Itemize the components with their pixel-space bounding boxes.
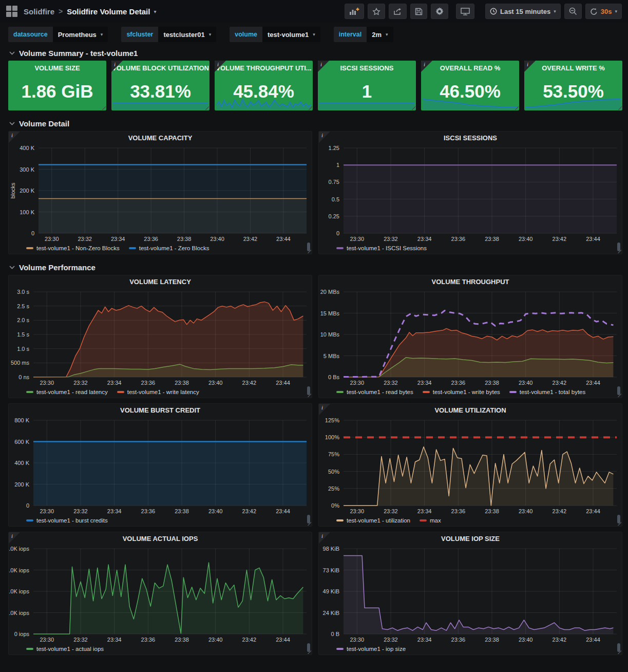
chart-volume-utilization[interactable]: 23:3023:3223:3423:3623:3823:4023:4223:44… [319, 416, 622, 516]
svg-text:23:36: 23:36 [451, 508, 466, 514]
resize-handle[interactable] [515, 106, 519, 110]
info-icon[interactable]: i [114, 61, 116, 67]
panel-title[interactable]: VOLUME BURST CREDIT [9, 404, 312, 416]
chart-volume-capacity[interactable]: 23:3023:3223:3423:3623:3823:4023:4223:44… [9, 144, 312, 244]
info-icon[interactable]: i [321, 533, 323, 539]
chart-volume-latency[interactable]: 23:3023:3223:3423:3623:3823:4023:4223:44… [9, 288, 312, 387]
settings-button[interactable] [431, 4, 448, 19]
panel-title[interactable]: ISCSI SESSIONS [340, 64, 393, 72]
chart-iscsi-sessions[interactable]: 23:3023:3223:3423:3623:3823:4023:4223:44… [319, 144, 622, 244]
resize-handle[interactable] [307, 521, 311, 526]
time-range-picker[interactable]: Last 15 minutes ▾ [485, 4, 561, 19]
legend-label: test-volume1 - Non-Zero Blocks [36, 245, 120, 251]
save-button[interactable] [410, 4, 427, 19]
panel-title[interactable]: OVERALL READ % [440, 64, 501, 72]
info-icon[interactable]: i [527, 61, 528, 67]
row-header-volume-performance[interactable]: Volume Performance [8, 259, 622, 275]
breadcrumb-folder[interactable]: Solidfire [24, 7, 54, 16]
panel-title[interactable]: VOLUME THROUGHPUT UTI... [216, 64, 311, 72]
resize-handle[interactable] [102, 106, 106, 110]
chart-volume-burst-credit[interactable]: 23:3023:3223:3423:3623:3823:4023:4223:44… [9, 416, 312, 516]
svg-text:23:34: 23:34 [107, 637, 122, 643]
variable-value-dropdown[interactable]: Prometheus▾ [53, 27, 108, 42]
breadcrumb-dashboard-title[interactable]: Solidfire Volume Detail [67, 7, 150, 16]
chart-volume-iop-size[interactable]: 23:3023:3223:3423:3623:3823:4023:4223:44… [319, 545, 622, 644]
panel-title[interactable]: ISCSI SESSIONS [319, 132, 622, 144]
info-icon[interactable]: i [321, 404, 323, 410]
resize-handle[interactable] [307, 393, 311, 397]
variable-value-dropdown[interactable]: testcluster01▾ [158, 27, 216, 42]
svg-text:23:38: 23:38 [175, 508, 189, 514]
resize-handle[interactable] [618, 106, 622, 110]
legend-item[interactable]: test-volume1 - Zero Blocks [129, 245, 210, 251]
star-button[interactable] [368, 4, 385, 19]
info-icon[interactable]: i [320, 61, 322, 67]
info-icon[interactable]: i [424, 61, 425, 67]
resize-handle[interactable] [617, 521, 621, 526]
tv-mode-button[interactable] [456, 4, 474, 19]
info-icon[interactable]: i [217, 61, 219, 67]
panel-title[interactable]: VOLUME ACTUAL IOPS [9, 532, 312, 545]
svg-text:23:42: 23:42 [553, 637, 567, 643]
legend-item[interactable]: test-volume1 - read bytes [336, 389, 413, 395]
panel-title[interactable]: VOLUME IOP SIZE [319, 532, 622, 545]
svg-text:400 K: 400 K [20, 145, 34, 151]
panel-title[interactable]: VOLUME THROUGHPUT [319, 275, 622, 288]
info-icon[interactable]: i [11, 533, 13, 539]
refresh-button[interactable]: 30s ▾ [585, 4, 622, 19]
panel-title[interactable]: VOLUME SIZE [34, 64, 80, 72]
svg-text:0.75: 0.75 [329, 179, 339, 185]
legend-label: test-volume1 - burst credits [36, 517, 108, 524]
resize-handle[interactable] [411, 106, 415, 110]
chart-volume-throughput[interactable]: 23:3023:3223:3423:3623:3823:4023:4223:44… [319, 288, 622, 387]
resize-handle[interactable] [205, 106, 209, 110]
grafana-logo[interactable] [6, 6, 17, 17]
resize-handle[interactable] [307, 650, 311, 654]
legend-item[interactable]: test-volume1 - write latency [117, 389, 199, 395]
legend-item[interactable]: test-volume1 - iop size [336, 646, 406, 652]
svg-text:23:30: 23:30 [350, 508, 365, 514]
performance-charts-row-1: VOLUME LATENCY 23:3023:3223:3423:3623:38… [8, 275, 622, 398]
panel-title[interactable]: VOLUME BLOCK UTILIZATION [112, 64, 209, 72]
share-button[interactable] [389, 4, 407, 19]
resize-handle[interactable] [617, 393, 621, 397]
info-corner [421, 61, 432, 72]
panel-title[interactable]: VOLUME UTILIZATION [319, 404, 622, 416]
legend-item[interactable]: test-volume1 - actual iops [26, 646, 104, 652]
caret-down-icon[interactable]: ▾ [154, 9, 156, 14]
legend-item[interactable]: max [420, 517, 441, 524]
resize-handle[interactable] [308, 106, 312, 110]
svg-text:100%: 100% [325, 434, 339, 440]
svg-text:23:36: 23:36 [451, 380, 466, 386]
legend-item[interactable]: test-volume1 - write bytes [423, 389, 500, 395]
bar-chart-plus-icon [349, 7, 359, 15]
add-panel-button[interactable] [345, 4, 364, 19]
legend-label: test-volume1 - read bytes [347, 389, 413, 395]
legend-item[interactable]: test-volume1 - burst credits [26, 517, 108, 524]
svg-text:23:32: 23:32 [73, 508, 88, 514]
svg-text:800 K: 800 K [14, 417, 29, 423]
legend-item[interactable]: test-volume1 - utilization [336, 517, 410, 524]
svg-text:23:40: 23:40 [519, 380, 533, 386]
chart-volume-actual-iops[interactable]: 23:3023:3223:3423:3623:3823:4023:4223:44… [9, 545, 312, 644]
row-header-volume-summary[interactable]: Volume Summary - test-volume1 [8, 45, 622, 61]
variable-value-dropdown[interactable]: test-volume1▾ [262, 27, 320, 42]
info-icon[interactable]: i [11, 132, 13, 138]
svg-text:100 K: 100 K [20, 209, 34, 215]
zoom-out-button[interactable] [564, 4, 582, 19]
resize-handle[interactable] [307, 249, 311, 253]
row-header-volume-detail[interactable]: Volume Detail [8, 116, 622, 131]
variable-value-dropdown[interactable]: 2m▾ [367, 27, 393, 42]
legend-item[interactable]: test-volume1 - read latency [26, 389, 108, 395]
panel-title[interactable]: VOLUME CAPACITY [9, 132, 312, 144]
legend-item[interactable]: test-volume1 - Non-Zero Blocks [26, 245, 120, 251]
legend-swatch [420, 519, 427, 521]
legend-label: test-volume1 - Zero Blocks [139, 245, 210, 251]
resize-handle[interactable] [617, 650, 621, 654]
panel-title[interactable]: OVERALL WRITE % [542, 64, 605, 72]
resize-handle[interactable] [617, 249, 621, 253]
info-icon[interactable]: i [321, 132, 323, 138]
legend-item[interactable]: test-volume1 - total bytes [509, 389, 585, 395]
legend-item[interactable]: test-volume1 - ISCSI Sessions [336, 245, 427, 251]
panel-title[interactable]: VOLUME LATENCY [9, 275, 312, 288]
